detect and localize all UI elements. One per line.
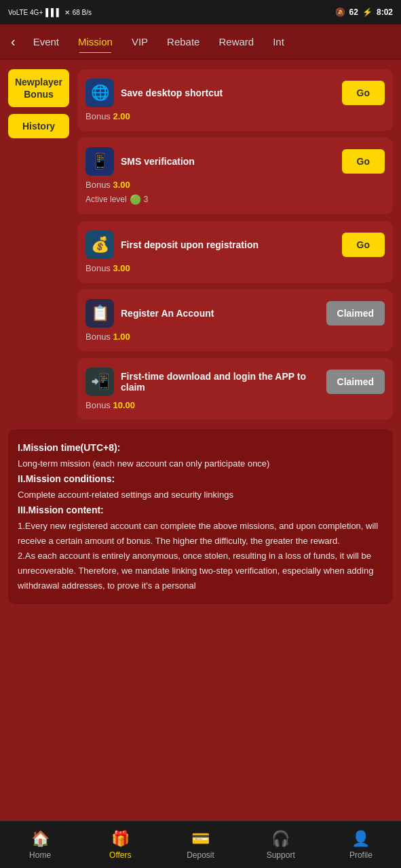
- status-left: VoLTE 4G+ ▌▌▌ ✕ 68 B/s: [8, 8, 92, 16]
- signal-x: ✕: [64, 9, 70, 16]
- profile-icon: 👤: [351, 830, 370, 848]
- claimed-button-register[interactable]: Claimed: [326, 301, 385, 326]
- newplayer-bonus-button[interactable]: Newplayer Bonus: [8, 69, 69, 107]
- mission-active-level-sms: Active level 🟢3: [85, 194, 385, 205]
- info-heading-2: II.Mission conditions:: [18, 473, 115, 484]
- deposit-label: Deposit: [187, 850, 214, 860]
- tab-int[interactable]: Int: [263, 31, 294, 53]
- mission-card-register: 📋 Register An Account Claimed Bonus 1.00: [77, 290, 393, 351]
- bottom-nav: 🏠 Home 🎁 Offers 💳 Deposit 🎧 Support 👤 Pr…: [0, 821, 401, 868]
- mission-bonus-desktop: Bonus 2.00: [85, 111, 385, 121]
- mission-top-download: 📲 First-time download and login the APP …: [85, 368, 385, 396]
- mission-bonus-deposit: Bonus 3.00: [85, 263, 385, 273]
- carrier-text: VoLTE 4G+: [8, 9, 43, 16]
- active-level-icon: 🟢: [130, 194, 141, 205]
- missions-list: 🌐 Save desktop shortcut Go Bonus 2.00 📱: [77, 69, 393, 420]
- status-bar: VoLTE 4G+ ▌▌▌ ✕ 68 B/s 🔕 62 ⚡ 8:02: [0, 0, 401, 24]
- bottom-nav-support[interactable]: 🎧 Support: [241, 830, 321, 860]
- back-button[interactable]: ‹: [5, 28, 21, 55]
- support-icon: 🎧: [271, 830, 290, 848]
- claimed-button-download[interactable]: Claimed: [326, 370, 385, 394]
- go-button-deposit[interactable]: Go: [342, 233, 385, 257]
- mission-top: 🌐 Save desktop shortcut Go: [85, 79, 385, 107]
- info-body-1: Long-term mission (each new account can …: [18, 458, 269, 469]
- nav-bar: ‹ Event Mission VIP Rebate Reward Int: [0, 24, 401, 60]
- mute-icon: 🔕: [335, 7, 345, 17]
- left-sidebar: Newplayer Bonus History: [8, 69, 69, 420]
- mission-icon-sms: 📱: [85, 147, 114, 176]
- mission-info-sms: 📱 SMS verification: [85, 147, 342, 176]
- support-label: Support: [267, 850, 295, 860]
- mission-card-sms: 📱 SMS verification Go Bonus 3.00 Active …: [77, 138, 393, 214]
- history-button[interactable]: History: [8, 114, 69, 138]
- mission-bonus-register: Bonus 1.00: [85, 332, 385, 342]
- status-right: 🔕 62 ⚡ 8:02: [335, 7, 393, 17]
- mission-bonus-sms: Bonus 3.00: [85, 180, 385, 190]
- speed-text: 68 B/s: [73, 9, 92, 16]
- mission-bonus-download: Bonus 10.00: [85, 400, 385, 410]
- mission-card-download: 📲 First-time download and login the APP …: [77, 358, 393, 420]
- tab-vip[interactable]: VIP: [122, 31, 157, 53]
- mission-info: 🌐 Save desktop shortcut: [85, 79, 342, 107]
- main-content: Newplayer Bonus History 🌐 Save desktop s…: [0, 60, 401, 429]
- home-label: Home: [29, 850, 51, 860]
- bottom-nav-profile[interactable]: 👤 Profile: [321, 830, 401, 860]
- mission-title-register: Register An Account: [121, 308, 326, 319]
- bottom-nav-offers[interactable]: 🎁 Offers: [80, 830, 160, 860]
- mission-card-desktop-shortcut: 🌐 Save desktop shortcut Go Bonus 2.00: [77, 69, 393, 131]
- deposit-icon: 💳: [191, 830, 210, 848]
- offers-label: Offers: [109, 850, 131, 860]
- offers-icon: 🎁: [111, 830, 130, 848]
- mission-info-register: 📋 Register An Account: [85, 299, 326, 328]
- mission-icon-register: 📋: [85, 299, 114, 328]
- bolt-icon: ⚡: [362, 7, 373, 17]
- mission-icon-desktop: 🌐: [85, 79, 114, 107]
- info-heading-3: III.Mission content:: [18, 505, 104, 515]
- info-body-2: Complete account-related settings and se…: [18, 490, 233, 500]
- mission-title-desktop: Save desktop shortcut: [121, 87, 342, 98]
- tab-event[interactable]: Event: [24, 31, 69, 53]
- tab-reward[interactable]: Reward: [209, 31, 263, 53]
- info-heading-1: I.Mission time(UTC+8):: [18, 442, 120, 453]
- mission-icon-download: 📲: [85, 368, 114, 396]
- mission-title-download: First-time download and login the APP to…: [121, 371, 326, 393]
- profile-label: Profile: [349, 850, 373, 860]
- info-body-4: 2.As each account is entirely anonymous,…: [18, 551, 373, 591]
- go-button-desktop[interactable]: Go: [342, 81, 385, 105]
- mission-info-deposit: 💰 First deposit upon registration: [85, 231, 342, 259]
- mission-icon-deposit: 💰: [85, 231, 114, 259]
- mission-card-deposit: 💰 First deposit upon registration Go Bon…: [77, 221, 393, 283]
- time-text: 8:02: [377, 7, 393, 17]
- info-section: I.Mission time(UTC+8): Long-term mission…: [8, 429, 393, 604]
- info-body-3: 1.Every new registered account can compl…: [18, 521, 378, 546]
- nav-tabs: Event Mission VIP Rebate Reward Int: [24, 31, 396, 53]
- tab-mission[interactable]: Mission: [69, 31, 122, 53]
- mission-title-deposit: First deposit upon registration: [121, 239, 342, 250]
- mission-title-sms: SMS verification: [121, 156, 342, 167]
- mission-top-deposit: 💰 First deposit upon registration Go: [85, 231, 385, 259]
- battery-text: 62: [349, 7, 358, 17]
- bottom-nav-deposit[interactable]: 💳 Deposit: [160, 830, 240, 860]
- mission-info-download: 📲 First-time download and login the APP …: [85, 368, 326, 396]
- mission-top-register: 📋 Register An Account Claimed: [85, 299, 385, 328]
- bottom-nav-home[interactable]: 🏠 Home: [0, 830, 80, 860]
- tab-rebate[interactable]: Rebate: [157, 31, 209, 53]
- go-button-sms[interactable]: Go: [342, 149, 385, 174]
- home-icon: 🏠: [31, 830, 50, 848]
- mission-top-sms: 📱 SMS verification Go: [85, 147, 385, 176]
- signal-icon: ▌▌▌: [45, 8, 61, 16]
